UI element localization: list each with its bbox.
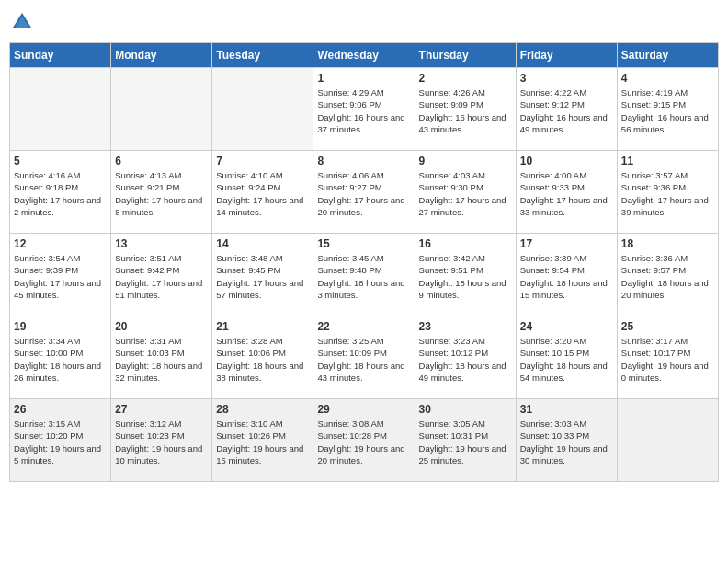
day-cell [111,68,212,151]
day-info: Sunrise: 4:06 AM Sunset: 9:27 PM Dayligh… [317,169,410,218]
day-number: 2 [419,72,512,85]
day-cell: 20Sunrise: 3:31 AM Sunset: 10:03 PM Dayl… [111,316,212,399]
day-cell: 14Sunrise: 3:48 AM Sunset: 9:45 PM Dayli… [212,234,313,316]
day-number: 4 [621,72,714,85]
day-cell: 30Sunrise: 3:05 AM Sunset: 10:31 PM Dayl… [415,399,516,482]
day-info: Sunrise: 3:45 AM Sunset: 9:48 PM Dayligh… [317,252,410,301]
day-cell: 25Sunrise: 3:17 AM Sunset: 10:17 PM Dayl… [617,316,718,399]
day-info: Sunrise: 4:29 AM Sunset: 9:06 PM Dayligh… [317,86,410,135]
day-number: 10 [520,155,613,167]
day-cell: 31Sunrise: 3:03 AM Sunset: 10:33 PM Dayl… [516,399,617,482]
day-cell: 2Sunrise: 4:26 AM Sunset: 9:09 PM Daylig… [415,68,516,151]
day-number: 1 [317,72,410,85]
day-info: Sunrise: 3:57 AM Sunset: 9:36 PM Dayligh… [621,169,714,218]
day-cell: 16Sunrise: 3:42 AM Sunset: 9:51 PM Dayli… [415,234,516,316]
day-number: 5 [14,155,107,167]
week-row-3: 12Sunrise: 3:54 AM Sunset: 9:39 PM Dayli… [10,234,719,316]
day-info: Sunrise: 4:10 AM Sunset: 9:24 PM Dayligh… [216,169,309,218]
day-cell: 22Sunrise: 3:25 AM Sunset: 10:09 PM Dayl… [313,316,415,399]
day-cell: 12Sunrise: 3:54 AM Sunset: 9:39 PM Dayli… [10,234,111,316]
day-cell: 7Sunrise: 4:10 AM Sunset: 9:24 PM Daylig… [212,151,313,234]
day-number: 12 [14,237,107,250]
day-info: Sunrise: 4:00 AM Sunset: 9:33 PM Dayligh… [520,169,613,218]
day-number: 17 [520,237,613,250]
week-row-2: 5Sunrise: 4:16 AM Sunset: 9:18 PM Daylig… [10,151,719,234]
header-tuesday: Tuesday [212,43,313,68]
day-number: 14 [216,237,309,250]
day-cell: 6Sunrise: 4:13 AM Sunset: 9:21 PM Daylig… [111,151,212,234]
logo-icon [9,9,35,35]
header-wednesday: Wednesday [313,43,415,68]
week-row-1: 1Sunrise: 4:29 AM Sunset: 9:06 PM Daylig… [10,68,719,151]
day-info: Sunrise: 3:28 AM Sunset: 10:06 PM Daylig… [216,335,309,384]
day-info: Sunrise: 4:16 AM Sunset: 9:18 PM Dayligh… [14,169,107,218]
day-cell: 5Sunrise: 4:16 AM Sunset: 9:18 PM Daylig… [10,151,111,234]
day-info: Sunrise: 3:42 AM Sunset: 9:51 PM Dayligh… [419,252,512,301]
day-number: 9 [419,155,512,167]
day-cell: 13Sunrise: 3:51 AM Sunset: 9:42 PM Dayli… [111,234,212,316]
day-cell: 17Sunrise: 3:39 AM Sunset: 9:54 PM Dayli… [516,234,617,316]
day-number: 15 [317,237,410,250]
day-cell: 15Sunrise: 3:45 AM Sunset: 9:48 PM Dayli… [313,234,415,316]
day-info: Sunrise: 4:22 AM Sunset: 9:12 PM Dayligh… [520,86,613,135]
day-info: Sunrise: 3:08 AM Sunset: 10:28 PM Daylig… [317,418,410,466]
day-cell: 11Sunrise: 3:57 AM Sunset: 9:36 PM Dayli… [617,151,718,234]
day-info: Sunrise: 3:23 AM Sunset: 10:12 PM Daylig… [419,335,512,384]
day-number: 21 [216,320,309,333]
day-cell: 1Sunrise: 4:29 AM Sunset: 9:06 PM Daylig… [313,68,415,151]
day-info: Sunrise: 3:12 AM Sunset: 10:23 PM Daylig… [115,418,208,466]
day-info: Sunrise: 4:26 AM Sunset: 9:09 PM Dayligh… [419,86,512,135]
day-cell: 23Sunrise: 3:23 AM Sunset: 10:12 PM Dayl… [415,316,516,399]
header-friday: Friday [516,43,617,68]
day-cell: 4Sunrise: 4:19 AM Sunset: 9:15 PM Daylig… [617,68,718,151]
day-cell: 9Sunrise: 4:03 AM Sunset: 9:30 PM Daylig… [415,151,516,234]
day-number: 28 [216,403,309,416]
day-info: Sunrise: 3:05 AM Sunset: 10:31 PM Daylig… [419,418,512,466]
day-number: 27 [115,403,208,416]
day-cell: 21Sunrise: 3:28 AM Sunset: 10:06 PM Dayl… [212,316,313,399]
day-number: 22 [317,320,410,333]
header-monday: Monday [111,43,212,68]
day-cell: 19Sunrise: 3:34 AM Sunset: 10:00 PM Dayl… [10,316,111,399]
header-thursday: Thursday [415,43,516,68]
header-sunday: Sunday [10,43,111,68]
day-info: Sunrise: 3:15 AM Sunset: 10:20 PM Daylig… [14,418,107,466]
day-cell: 27Sunrise: 3:12 AM Sunset: 10:23 PM Dayl… [111,399,212,482]
day-number: 11 [621,155,714,167]
day-number: 25 [621,320,714,333]
day-number: 16 [419,237,512,250]
day-number: 24 [520,320,613,333]
week-row-5: 26Sunrise: 3:15 AM Sunset: 10:20 PM Dayl… [10,399,719,482]
calendar-header-row: SundayMondayTuesdayWednesdayThursdayFrid… [10,43,719,68]
day-info: Sunrise: 3:31 AM Sunset: 10:03 PM Daylig… [115,335,208,384]
day-info: Sunrise: 3:51 AM Sunset: 9:42 PM Dayligh… [115,252,208,301]
day-info: Sunrise: 3:39 AM Sunset: 9:54 PM Dayligh… [520,252,613,301]
day-number: 26 [14,403,107,416]
day-number: 23 [419,320,512,333]
day-cell [212,68,313,151]
day-info: Sunrise: 3:10 AM Sunset: 10:26 PM Daylig… [216,418,309,466]
day-info: Sunrise: 3:48 AM Sunset: 9:45 PM Dayligh… [216,252,309,301]
day-cell [10,68,111,151]
day-number: 20 [115,320,208,333]
day-number: 29 [317,403,410,416]
day-info: Sunrise: 3:25 AM Sunset: 10:09 PM Daylig… [317,335,410,384]
day-info: Sunrise: 4:03 AM Sunset: 9:30 PM Dayligh… [419,169,512,218]
day-info: Sunrise: 3:03 AM Sunset: 10:33 PM Daylig… [520,418,613,466]
day-info: Sunrise: 3:20 AM Sunset: 10:15 PM Daylig… [520,335,613,384]
day-cell: 10Sunrise: 4:00 AM Sunset: 9:33 PM Dayli… [516,151,617,234]
day-cell: 28Sunrise: 3:10 AM Sunset: 10:26 PM Dayl… [212,399,313,482]
day-number: 31 [520,403,613,416]
day-cell: 26Sunrise: 3:15 AM Sunset: 10:20 PM Dayl… [10,399,111,482]
day-cell [617,399,718,482]
day-info: Sunrise: 3:36 AM Sunset: 9:57 PM Dayligh… [621,252,714,301]
day-info: Sunrise: 4:19 AM Sunset: 9:15 PM Dayligh… [621,86,714,135]
day-cell: 29Sunrise: 3:08 AM Sunset: 10:28 PM Dayl… [313,399,415,482]
calendar-table: SundayMondayTuesdayWednesdayThursdayFrid… [9,42,719,482]
day-number: 18 [621,237,714,250]
day-number: 3 [520,72,613,85]
day-number: 8 [317,155,410,167]
day-cell: 3Sunrise: 4:22 AM Sunset: 9:12 PM Daylig… [516,68,617,151]
logo [9,9,39,35]
day-info: Sunrise: 3:34 AM Sunset: 10:00 PM Daylig… [14,335,107,384]
